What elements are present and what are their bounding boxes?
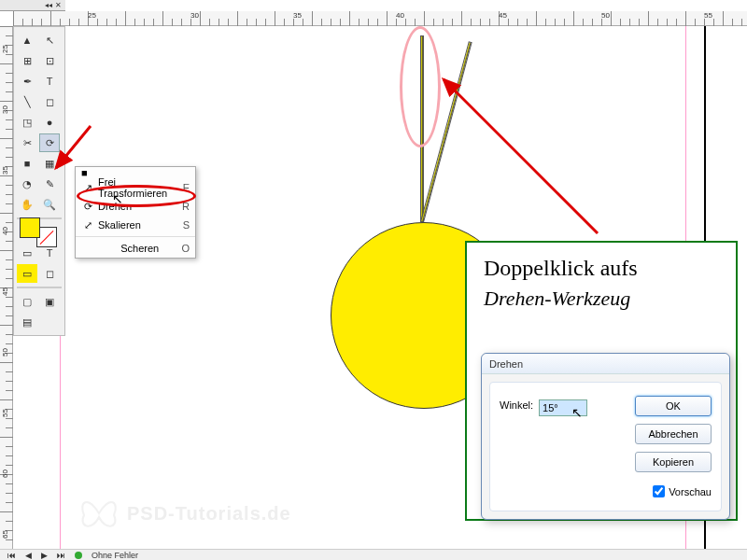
preview-label: Vorschau	[669, 486, 712, 497]
apply-none[interactable]: ◻	[39, 264, 60, 283]
close-panel-icon[interactable]: ✕	[55, 1, 62, 9]
nav-prev-icon[interactable]: ◀	[25, 551, 32, 560]
rotate-icon: ⟳	[81, 201, 94, 213]
ok-button[interactable]: OK	[635, 396, 712, 416]
dialog-titlebar[interactable]: Drehen	[482, 354, 729, 374]
view-mode-a[interactable]: ▢	[17, 292, 37, 311]
transform-context-menu: ■ ↗ Frei Transformieren E ⟳ Drehen R ⤢ S…	[75, 166, 196, 259]
free-transform-icon: ↗	[81, 182, 94, 194]
menu-label: Scheren	[98, 243, 181, 254]
type-tool[interactable]: T	[39, 72, 60, 91]
color-swatches[interactable]	[17, 223, 60, 242]
menu-rotate[interactable]: ⟳ Drehen R	[76, 197, 195, 216]
annotation-arrow-dialog	[430, 65, 616, 252]
page-tool[interactable]: ⊞	[17, 51, 37, 70]
view-mode-c[interactable]: ▤	[17, 313, 37, 331]
menu-shortcut: S	[183, 219, 190, 231]
scissors-tool[interactable]: ✂	[17, 133, 37, 152]
collapse-arrows-icon[interactable]: ◂◂	[45, 1, 52, 9]
menu-shortcut: O	[181, 243, 190, 254]
copy-button[interactable]: Kopieren	[635, 452, 712, 472]
angle-label: Winkel:	[500, 399, 533, 411]
menu-separator	[76, 236, 195, 237]
clock-hand-1	[420, 35, 424, 222]
instruction-line1: Doppelklick aufs	[484, 256, 719, 281]
svg-line-1	[444, 79, 598, 233]
menu-shortcut: E	[183, 182, 190, 193]
eyedropper-tool[interactable]: ◔	[17, 175, 37, 193]
pencil-tool[interactable]: ✎	[39, 175, 60, 193]
instruction-line2: Drehen-Werkzeug	[484, 287, 719, 311]
butterfly-icon	[78, 495, 120, 532]
apply-color[interactable]: ▭	[17, 264, 37, 283]
line-tool[interactable]: ╲	[17, 92, 37, 111]
nav-last-icon[interactable]: ⏭	[57, 551, 65, 560]
toolbox-separator	[17, 287, 62, 288]
preview-checkbox[interactable]	[653, 485, 665, 497]
rectangle-tool[interactable]: ◻	[39, 92, 60, 111]
cancel-button[interactable]: Abbrechen	[635, 424, 712, 444]
menu-shortcut: R	[182, 201, 190, 212]
menu-label: Drehen	[98, 201, 182, 212]
menu-label: Frei Transformieren	[98, 176, 183, 199]
view-mode-b[interactable]: ▣	[39, 292, 60, 311]
scale-icon: ⤢	[81, 219, 94, 231]
swatch-pair-icon	[18, 216, 59, 249]
svg-line-0	[56, 126, 91, 168]
pen-tool[interactable]: ✒	[17, 72, 37, 91]
ruler-horizontal: 25303540455055	[13, 11, 747, 26]
status-dot-icon	[75, 552, 82, 559]
toolbox: ▲ ↖ ⊞ ⊡ ✒ T ╲ ◻ ◳ ● ✂ ⟳ ■ ▦ ◔ ✎ ✋ 🔍 ▭ T …	[13, 26, 65, 336]
fill-swatch-tool[interactable]: ■	[17, 154, 37, 173]
frame-tool[interactable]: ◳	[17, 113, 37, 132]
status-bar: ⏮ ◀ ▶ ⏭ Ohne Fehler	[0, 549, 747, 560]
menu-scale[interactable]: ⤢ Skalieren S	[76, 216, 195, 234]
direct-selection-tool[interactable]: ↖	[39, 31, 60, 49]
watermark: PSD-Tutorials.de	[78, 495, 291, 532]
selection-tool[interactable]: ▲	[17, 31, 37, 49]
status-errors: Ohne Fehler	[92, 551, 138, 560]
nav-first-icon[interactable]: ⏮	[7, 551, 16, 560]
annotation-arrow-tool	[49, 121, 95, 177]
panel-tab-bar: ◂◂ ✕	[0, 0, 65, 11]
zoom-tool[interactable]: 🔍	[39, 195, 60, 214]
rotate-dialog: Drehen Winkel: OK Abbrechen Kopieren Vor…	[481, 353, 730, 520]
hand-tool[interactable]: ✋	[17, 195, 37, 214]
dialog-title-text: Drehen	[489, 358, 523, 370]
menu-shear[interactable]: Scheren O	[76, 239, 195, 258]
foreground-swatch[interactable]	[20, 217, 40, 238]
nav-next-icon[interactable]: ▶	[41, 551, 48, 560]
menu-free-transform[interactable]: ↗ Frei Transformieren E	[76, 178, 195, 197]
angle-input[interactable]	[539, 399, 587, 416]
gap-tool[interactable]: ⊡	[39, 51, 60, 70]
menu-label: Skalieren	[98, 219, 183, 231]
ruler-vertical: 253035404550556065	[0, 26, 13, 549]
